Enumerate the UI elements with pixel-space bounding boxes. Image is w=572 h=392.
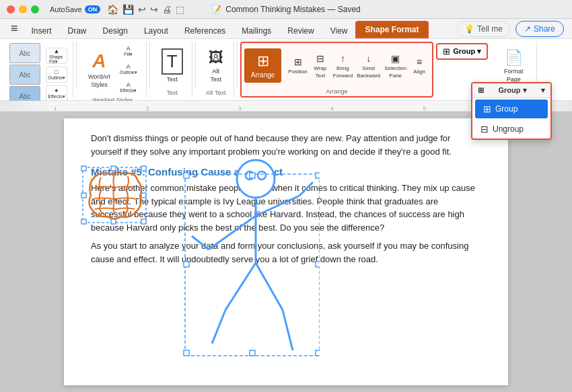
svg-line-9 xyxy=(212,310,225,344)
group-header-icon: ⊞ xyxy=(478,86,484,95)
brain-shape[interactable] xyxy=(77,164,151,228)
group-dropdown-header[interactable]: ⊞ Group ▾ ▾ xyxy=(472,83,550,98)
arrange-content: ⊞ Arrange ⊞ Position ⊟ Wrap Text xyxy=(244,44,429,87)
tell-me-button[interactable]: 💡 Tell me xyxy=(457,21,510,37)
text-fill-btn[interactable]: AFill▾ xyxy=(116,43,141,59)
align-btn[interactable]: ≡ Align xyxy=(409,52,429,80)
svg-point-2 xyxy=(258,171,266,180)
redo-icon[interactable]: ↪ xyxy=(150,4,158,15)
text-outline-btn[interactable]: AOutline▾ xyxy=(116,61,141,77)
text-icon: T xyxy=(162,48,183,75)
ungroup-item-label: Ungroup xyxy=(493,124,524,134)
undo-icon[interactable]: ↩ xyxy=(138,4,146,15)
arrange-btn[interactable]: ⊞ Arrange xyxy=(244,48,282,83)
lightbulb-icon: 💡 xyxy=(464,24,474,34)
svg-line-10 xyxy=(256,263,283,310)
send-backward-icon: ↓ xyxy=(366,53,371,64)
share-button[interactable]: ↗ Share xyxy=(515,21,564,37)
divider-4 xyxy=(237,42,238,89)
text-label: Text xyxy=(167,88,178,96)
close-button[interactable] xyxy=(7,5,15,13)
group-menu-item-group[interactable]: ⊞ Group xyxy=(475,100,548,118)
svg-rect-18 xyxy=(250,350,255,356)
group-item-label: Group xyxy=(495,104,517,114)
doc-title: Common Thinking Mistakes — Saved xyxy=(225,5,361,14)
wordart-content: A WordArt Styles AFill▾ AOutline▾ AEffec… xyxy=(85,43,141,95)
svg-rect-28 xyxy=(81,193,86,198)
svg-rect-19 xyxy=(184,262,189,267)
group-dropdown-trigger[interactable]: ⊞ Group ▾ xyxy=(436,43,488,60)
alt-text-btn[interactable]: 🖼 Alt Text xyxy=(204,47,228,85)
print-icon[interactable]: 🖨 xyxy=(162,4,172,15)
shape-style-2[interactable]: Abc xyxy=(9,65,40,85)
ungroup-item-icon: ⊟ xyxy=(480,124,489,134)
save-icon[interactable]: 💾 xyxy=(122,4,134,15)
svg-point-0 xyxy=(237,160,275,198)
ribbon-group-alt-text: 🖼 Alt Text Alt Text xyxy=(199,42,234,97)
selection-pane-icon: ▣ xyxy=(391,53,400,64)
ribbon-group-shape-styles: Abc Abc Abc ▲Shape Fill▾ □Outline▾ ✦Effe… xyxy=(4,42,73,97)
alt-text-content: 🖼 Alt Text xyxy=(204,43,228,88)
paragraph-1: Don't dismiss things or people out of ha… xyxy=(91,132,481,158)
ribbon-group-arrange: ⊞ Arrange ⊞ Position ⊟ Wrap Text xyxy=(240,42,433,97)
tab-draw[interactable]: Draw xyxy=(60,24,95,38)
group-menu-item-ungroup[interactable]: ⊟ Ungroup xyxy=(472,120,550,139)
wrap-text-btn[interactable]: ⊟ Wrap Text xyxy=(310,52,330,80)
tab-home[interactable]: ≡ xyxy=(5,22,24,38)
svg-line-4 xyxy=(209,216,256,249)
tab-references[interactable]: References xyxy=(176,24,234,38)
tab-view[interactable]: View xyxy=(322,24,356,38)
bring-forward-btn[interactable]: ↑ Bring Forward xyxy=(332,52,354,80)
svg-line-8 xyxy=(225,263,256,310)
selection-pane-btn[interactable]: ▣ Selection Pane xyxy=(383,52,408,80)
text-btn[interactable]: T Text xyxy=(158,46,186,85)
doc-file-icon: 📝 xyxy=(211,5,221,14)
svg-line-7 xyxy=(299,182,313,196)
tab-layout[interactable]: Layout xyxy=(136,24,176,38)
tab-shape-format[interactable]: Shape Format xyxy=(355,21,428,38)
dropdown-chevron-icon: ▾ xyxy=(541,86,545,95)
format-page-content: 📄 Format Page xyxy=(501,43,527,88)
autosave-area: AutoSave ON xyxy=(50,5,100,13)
svg-line-5 xyxy=(192,236,209,249)
position-icon: ⊞ xyxy=(294,56,302,67)
wordart-icon: A xyxy=(92,50,106,72)
shape-styles-content: Abc Abc Abc ▲Shape Fill▾ □Outline▾ ✦Effe… xyxy=(9,43,67,106)
divider-3 xyxy=(195,42,196,89)
maximize-button[interactable] xyxy=(31,5,39,13)
svg-rect-25 xyxy=(141,219,146,224)
svg-rect-24 xyxy=(81,219,86,224)
svg-rect-17 xyxy=(250,173,255,178)
home-icon[interactable]: 🏠 xyxy=(107,4,118,15)
bring-forward-icon: ↑ xyxy=(341,53,345,64)
minimize-button[interactable] xyxy=(19,5,27,13)
doc-page: Don't dismiss things or people out of ha… xyxy=(64,118,508,385)
stick-figure-shape[interactable] xyxy=(158,155,320,384)
doc-area: Don't dismiss things or people out of ha… xyxy=(0,112,572,392)
send-backward-btn[interactable]: ↓ Send Backward xyxy=(355,52,382,80)
shape-outline-btn[interactable]: □Outline▾ xyxy=(46,67,67,83)
tab-mailings[interactable]: Mailings xyxy=(234,24,279,38)
wrap-text-icon: ⊟ xyxy=(316,53,324,64)
svg-rect-20 xyxy=(316,262,320,267)
alt-text-label: Alt Text xyxy=(206,88,225,96)
group-item-icon: ⊞ xyxy=(483,104,491,114)
position-btn[interactable]: ⊞ Position xyxy=(287,52,308,80)
tab-review[interactable]: Review xyxy=(279,24,322,38)
shape-effects-btn[interactable]: ✦Effects▾ xyxy=(46,85,67,102)
autosave-toggle[interactable]: ON xyxy=(85,5,101,13)
tab-design[interactable]: Design xyxy=(95,24,136,38)
svg-line-6 xyxy=(256,196,299,216)
svg-rect-29 xyxy=(141,193,146,198)
shape-fill-btn[interactable]: ▲Shape Fill▾ xyxy=(46,48,67,64)
ruler-marks: 123456 xyxy=(54,106,518,112)
shape-style-1[interactable]: Abc xyxy=(9,43,40,63)
title-toolbar: 🏠 💾 ↩ ↪ 🖨 ⬚ xyxy=(107,4,184,15)
customize-icon[interactable]: ⬚ xyxy=(176,4,184,15)
wordart-styles-btn[interactable]: A WordArt Styles xyxy=(85,48,114,90)
tab-insert[interactable]: Insert xyxy=(24,24,60,38)
text-effects-btn[interactable]: AEffects▾ xyxy=(116,79,141,95)
svg-rect-27 xyxy=(111,219,116,224)
format-page-btn[interactable]: 📄 Format Page xyxy=(501,47,527,85)
ribbon-tabs: ≡ Insert Draw Design Layout References M… xyxy=(0,19,572,39)
